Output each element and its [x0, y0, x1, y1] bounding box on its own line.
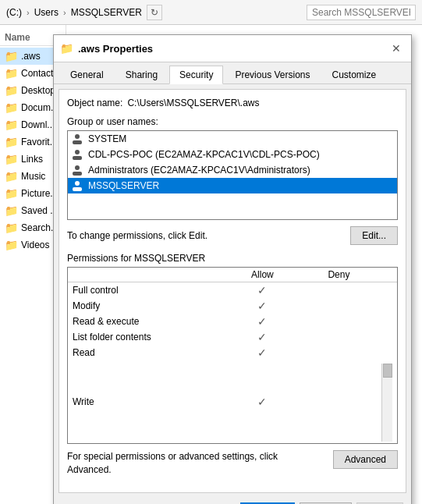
svg-point-2 — [75, 150, 80, 154]
search-input[interactable] — [307, 5, 416, 20]
perm-name: Write — [68, 360, 224, 443]
object-name-value: C:\Users\MSSQLSERVER\.aws — [127, 98, 259, 108]
scrollbar-col — [377, 282, 397, 299]
sidebar-item-label: Music — [21, 171, 45, 182]
dialog-title-text: .aws Properties — [78, 43, 383, 55]
scrollbar-col-header — [377, 268, 397, 282]
perm-allow: ✓ — [224, 345, 301, 360]
tab-general[interactable]: General — [60, 66, 114, 83]
folder-icon: 📁 — [5, 50, 18, 62]
tab-previous-versions[interactable]: Previous Versions — [225, 66, 320, 83]
checkmark-icon: ✓ — [257, 284, 267, 296]
tab-sharing[interactable]: Sharing — [115, 66, 168, 83]
perm-name: Read — [68, 345, 224, 360]
svg-rect-7 — [73, 187, 82, 191]
sidebar-item-label: Contact — [21, 68, 53, 79]
tab-security[interactable]: Security — [169, 66, 223, 84]
folder-icon: 📁 — [5, 101, 18, 114]
user-icon — [71, 179, 83, 192]
perm-deny — [301, 314, 377, 329]
breadcrumb-current[interactable]: MSSQLSERVER — [71, 7, 142, 18]
change-perm-text: To change permissions, click Edit. — [67, 230, 207, 241]
permissions-table-title: Permissions for MSSQLSERVER — [67, 253, 398, 264]
svg-rect-3 — [73, 156, 82, 160]
users-list[interactable]: SYSTEM CDL-PCS-POC (EC2AMAZ-KPCAC1V\CDL-… — [67, 130, 398, 220]
table-row: Modify ✓ — [68, 298, 397, 314]
user-icon — [71, 148, 83, 161]
svg-point-4 — [75, 165, 80, 170]
user-item-cdl-pcs-poc[interactable]: CDL-PCS-POC (EC2AMAZ-KPCAC1V\CDL-PCS-POC… — [68, 147, 397, 162]
sidebar-item-label: Videos — [21, 240, 49, 250]
svg-point-6 — [75, 181, 80, 186]
dialog-body: Object name: C:\Users\MSSQLSERVER\.aws G… — [59, 89, 406, 493]
checkmark-icon: ✓ — [257, 315, 267, 328]
checkmark-icon: ✓ — [257, 346, 267, 359]
folder-icon: 📁 — [5, 204, 18, 217]
properties-dialog: 📁 .aws Properties ✕ General Sharing Secu… — [53, 34, 412, 504]
checkmark-icon: ✓ — [257, 396, 267, 408]
sidebar-item-label: Links — [21, 154, 43, 165]
table-row: Full control ✓ — [68, 282, 397, 299]
checkmark-icon: ✓ — [257, 300, 267, 312]
sidebar-item-label: Favorit... — [21, 137, 58, 147]
object-name-label: Object name: — [67, 98, 122, 108]
table-row: Write ✓ — [68, 360, 397, 443]
checkmark-icon: ✓ — [257, 331, 267, 343]
edit-button[interactable]: Edit... — [350, 226, 398, 245]
scrollbar-col — [377, 329, 397, 345]
table-row: Read & execute ✓ — [68, 314, 397, 329]
address-bar: (C:) › Users › MSSQLSERVER ↻ — [0, 0, 422, 25]
folder-icon: 📁 — [5, 239, 18, 251]
table-row: List folder contents ✓ — [68, 329, 397, 345]
tab-customize[interactable]: Customize — [321, 66, 386, 83]
perm-deny — [301, 282, 377, 299]
user-icon — [71, 133, 83, 145]
breadcrumb-sep2: › — [63, 8, 66, 17]
col-permission — [68, 268, 224, 282]
advanced-button[interactable]: Advanced — [333, 450, 398, 469]
perm-name: Read & execute — [68, 314, 224, 329]
change-permissions-row: To change permissions, click Edit. Edit.… — [67, 226, 398, 245]
dialog-titlebar: 📁 .aws Properties ✕ — [54, 35, 411, 62]
dialog-close-button[interactable]: ✕ — [388, 40, 405, 57]
perm-name: List folder contents — [68, 329, 224, 345]
folder-icon: 📁 — [5, 153, 18, 165]
svg-rect-5 — [73, 172, 82, 176]
scrollbar-col — [377, 314, 397, 329]
dialog-footer: OK Cancel Apply — [54, 498, 411, 504]
permissions-table-area: Allow Deny Full control ✓ Modify ✓ — [67, 267, 398, 444]
scrollbar-col — [377, 298, 397, 314]
refresh-button[interactable]: ↻ — [147, 5, 162, 20]
perm-allow: ✓ — [224, 360, 301, 443]
col-allow: Allow — [224, 268, 301, 282]
scrollbar-col — [377, 345, 397, 360]
sidebar-item-label: .aws — [21, 51, 41, 62]
perm-allow: ✓ — [224, 314, 301, 329]
perm-deny — [301, 298, 377, 314]
folder-icon: 📁 — [5, 136, 18, 148]
perm-deny — [301, 329, 377, 345]
folder-icon: 📁 — [5, 222, 18, 234]
svg-point-0 — [75, 134, 80, 139]
breadcrumb-sep1: › — [27, 8, 30, 17]
user-icon — [71, 164, 83, 176]
sidebar-item-label: Downl... — [21, 119, 55, 130]
user-item-mssqlserver[interactable]: MSSQLSERVER — [68, 178, 397, 193]
folder-icon: 📁 — [5, 119, 18, 131]
special-permissions-row: For special permissions or advanced sett… — [67, 450, 398, 477]
sidebar-item-label: Desktop — [21, 85, 55, 96]
object-name-row: Object name: C:\Users\MSSQLSERVER\.aws — [67, 98, 398, 108]
breadcrumb-drive[interactable]: (C:) — [6, 7, 22, 18]
perm-allow: ✓ — [224, 282, 301, 299]
col-deny: Deny — [301, 268, 377, 282]
tabs-bar: General Sharing Security Previous Versio… — [54, 62, 411, 84]
perm-allow: ✓ — [224, 298, 301, 314]
permissions-table: Allow Deny Full control ✓ Modify ✓ — [68, 268, 397, 443]
breadcrumb-users[interactable]: Users — [34, 7, 59, 18]
user-item-administrators[interactable]: Administrators (EC2AMAZ-KPCAC1V\Administ… — [68, 162, 397, 178]
table-row: Read ✓ — [68, 345, 397, 360]
folder-icon: 📁 — [5, 187, 18, 200]
perm-allow: ✓ — [224, 329, 301, 345]
folder-icon: 📁 — [5, 84, 18, 97]
user-item-system[interactable]: SYSTEM — [68, 131, 397, 147]
